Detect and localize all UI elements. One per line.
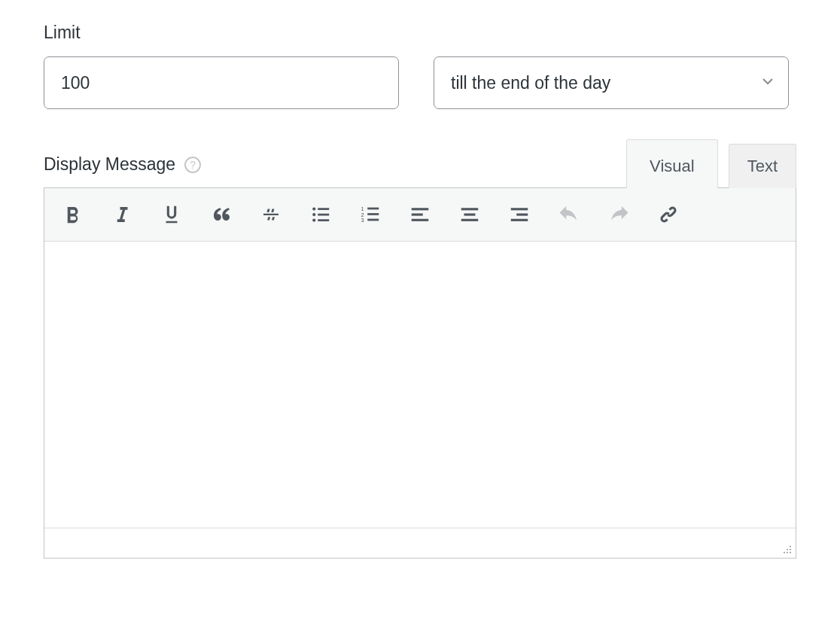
tab-text[interactable]: Text bbox=[729, 144, 796, 188]
svg-rect-5 bbox=[318, 219, 329, 221]
redo-icon bbox=[607, 203, 630, 226]
bulleted-list-button[interactable] bbox=[305, 199, 336, 230]
svg-rect-18 bbox=[511, 208, 528, 210]
undo-icon bbox=[558, 203, 580, 226]
limit-label: Limit bbox=[44, 23, 796, 43]
svg-rect-16 bbox=[464, 214, 476, 216]
editor-header: Display Message ? Visual Text bbox=[44, 139, 796, 188]
align-left-icon bbox=[409, 203, 431, 226]
limit-period-select[interactable]: till the end of the day bbox=[434, 56, 789, 109]
editor-container: 123 bbox=[44, 187, 796, 559]
resize-handle[interactable] bbox=[778, 540, 793, 555]
svg-rect-3 bbox=[318, 208, 329, 210]
resize-icon bbox=[778, 540, 793, 555]
svg-point-2 bbox=[312, 218, 315, 221]
display-message-label-text: Display Message bbox=[44, 154, 175, 175]
redo-button[interactable] bbox=[603, 199, 635, 230]
align-right-button[interactable] bbox=[504, 199, 535, 230]
svg-point-0 bbox=[312, 207, 315, 210]
numbered-list-icon: 123 bbox=[359, 203, 382, 226]
underline-button[interactable] bbox=[156, 199, 187, 230]
limit-row: till the end of the day bbox=[44, 56, 796, 109]
svg-rect-19 bbox=[516, 214, 528, 216]
tab-visual[interactable]: Visual bbox=[626, 139, 718, 188]
tab-visual-label: Visual bbox=[650, 157, 695, 175]
svg-point-25 bbox=[787, 549, 788, 550]
limit-label-text: Limit bbox=[44, 23, 81, 43]
svg-rect-14 bbox=[412, 219, 429, 221]
strikethrough-icon bbox=[260, 203, 282, 226]
italic-icon bbox=[111, 203, 133, 226]
align-left-button[interactable] bbox=[404, 199, 436, 230]
svg-rect-12 bbox=[412, 208, 429, 210]
link-button[interactable] bbox=[653, 199, 684, 230]
underline-icon bbox=[160, 203, 183, 226]
svg-rect-20 bbox=[511, 219, 528, 221]
undo-button[interactable] bbox=[553, 199, 585, 230]
svg-point-21 bbox=[790, 552, 791, 553]
svg-text:3: 3 bbox=[361, 217, 364, 224]
align-right-icon bbox=[508, 203, 531, 226]
editor-footer bbox=[44, 528, 796, 558]
svg-rect-9 bbox=[367, 208, 379, 210]
svg-rect-13 bbox=[412, 214, 423, 216]
bold-button[interactable] bbox=[56, 199, 88, 230]
blockquote-button[interactable] bbox=[205, 199, 237, 230]
italic-button[interactable] bbox=[106, 199, 138, 230]
svg-point-23 bbox=[784, 552, 785, 553]
svg-point-1 bbox=[312, 213, 315, 216]
svg-rect-11 bbox=[367, 219, 379, 221]
svg-point-22 bbox=[787, 552, 788, 553]
svg-rect-17 bbox=[461, 219, 479, 221]
align-center-button[interactable] bbox=[454, 199, 485, 230]
help-icon[interactable]: ? bbox=[184, 157, 201, 173]
limit-period-select-wrap: till the end of the day bbox=[434, 56, 789, 109]
svg-rect-15 bbox=[461, 208, 479, 210]
align-center-icon bbox=[458, 203, 481, 226]
editor-content-area[interactable] bbox=[44, 242, 796, 528]
tab-text-label: Text bbox=[747, 157, 778, 175]
svg-rect-10 bbox=[367, 213, 379, 215]
display-message-label: Display Message ? bbox=[44, 154, 201, 175]
blockquote-icon bbox=[210, 203, 233, 226]
svg-point-26 bbox=[790, 546, 791, 547]
bulleted-list-icon bbox=[309, 203, 332, 226]
editor-toolbar: 123 bbox=[44, 188, 796, 242]
limit-input[interactable] bbox=[44, 56, 399, 109]
strikethrough-button[interactable] bbox=[255, 199, 287, 230]
bold-icon bbox=[61, 203, 84, 226]
numbered-list-button[interactable]: 123 bbox=[355, 199, 386, 230]
link-icon bbox=[657, 203, 680, 226]
svg-point-24 bbox=[790, 549, 791, 550]
editor-tabs: Visual Text bbox=[626, 139, 796, 188]
svg-rect-4 bbox=[318, 214, 329, 216]
